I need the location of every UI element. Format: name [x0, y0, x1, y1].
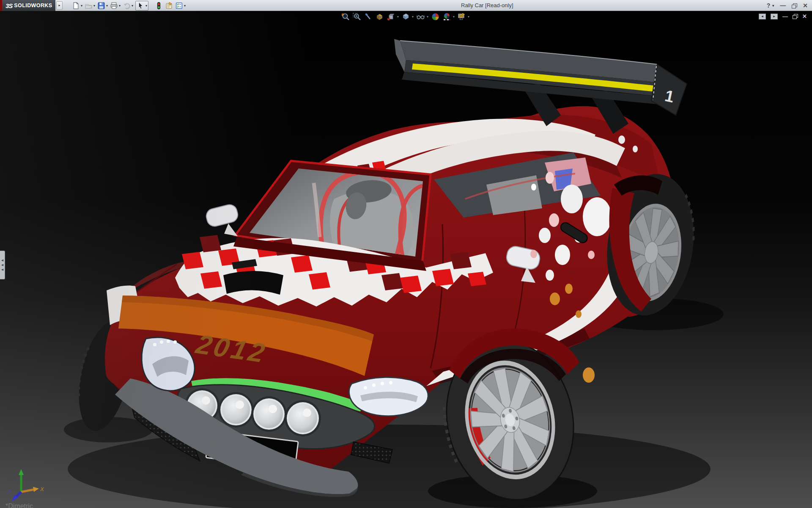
open-icon	[85, 2, 93, 10]
chevron-down-icon[interactable]: ▾	[106, 4, 108, 8]
chevron-down-icon[interactable]: ▾	[132, 4, 133, 8]
undo-button[interactable]: ▾	[123, 2, 133, 10]
view-orientation-label: *Dimetric	[5, 502, 33, 508]
chevron-down-icon[interactable]: ▾	[145, 4, 147, 8]
reference-triad: X Z	[7, 467, 45, 503]
close-button[interactable]: ✕	[803, 2, 808, 9]
sketch-note-icon	[165, 2, 173, 10]
stoplight-icon	[155, 2, 163, 10]
triad-x-axis: X	[21, 486, 44, 492]
window-title: Rally Car [Read-only]	[461, 0, 513, 11]
save-button[interactable]: ▾	[97, 2, 108, 10]
chevron-down-icon[interactable]: ▾	[81, 4, 82, 8]
save-icon	[97, 2, 105, 10]
print-button[interactable]: ▾	[110, 2, 121, 10]
brand-name: SOLIDWORKS	[14, 3, 52, 8]
stoplight-button[interactable]	[155, 2, 163, 10]
options-checklist-icon	[175, 2, 183, 10]
chevron-down-icon[interactable]: ▾	[93, 4, 95, 8]
solidworks-window: 3S SOLIDWORKS ▸ ▾ ▾ ▾ ▾ ▾	[0, 0, 812, 508]
restore-button[interactable]	[792, 3, 797, 8]
triad-y-axis	[19, 469, 24, 492]
titlebar-controls: ? ▾ — ✕	[767, 0, 808, 11]
sketch-note-button[interactable]	[165, 2, 173, 10]
new-document-button[interactable]: ▾	[72, 2, 82, 10]
select-tool-button[interactable]: ▾	[135, 1, 148, 11]
triad-z-label: Z	[7, 489, 11, 495]
print-icon	[110, 2, 118, 10]
help-button[interactable]: ? ▾	[767, 2, 774, 9]
triad-x-label: X	[40, 486, 44, 492]
triad-z-axis: Z	[7, 489, 21, 501]
chevron-down-icon[interactable]: ▾	[119, 4, 121, 8]
help-icon: ?	[767, 2, 771, 9]
options-button[interactable]: ▾	[175, 2, 186, 10]
chevron-down-icon[interactable]: ▾	[772, 4, 774, 8]
toolbar-flyout-button[interactable]: ▸	[56, 1, 63, 10]
brand-glyph: 3S	[5, 2, 12, 9]
rally-car-model: 2012	[0, 11, 812, 508]
title-bar: 3S SOLIDWORKS ▸ ▾ ▾ ▾ ▾ ▾	[0, 0, 812, 11]
left-mirror	[205, 203, 239, 228]
undo-icon	[123, 2, 131, 10]
new-document-icon	[72, 2, 80, 10]
select-cursor-icon	[137, 2, 145, 10]
main-toolbar: ▾ ▾ ▾ ▾ ▾ ▾	[72, 0, 188, 11]
graphics-viewport[interactable]: ▾ ▾ ▾ ▾ ▾ ◂ ▸	[0, 11, 812, 508]
solidworks-logo: 3S SOLIDWORKS	[2, 0, 55, 11]
open-button[interactable]: ▾	[85, 2, 95, 10]
chevron-down-icon[interactable]: ▾	[184, 4, 186, 8]
minimize-button[interactable]: —	[780, 2, 786, 9]
